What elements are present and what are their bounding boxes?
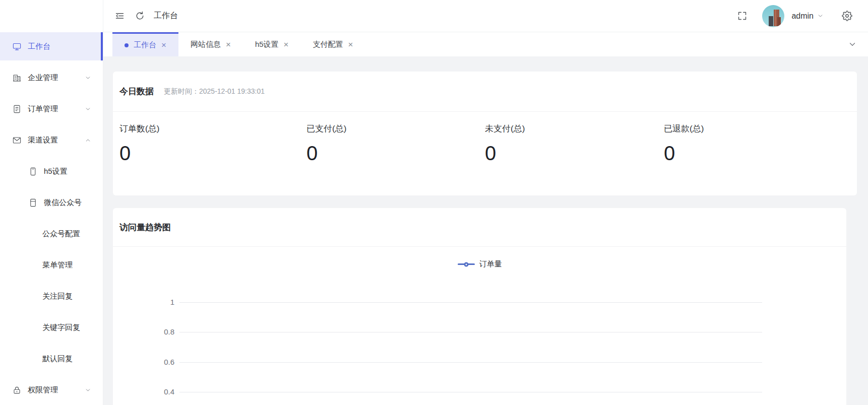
main-column: 工作台 admin bbox=[103, 0, 868, 405]
sidebar-item-label: h5设置 bbox=[44, 167, 68, 176]
sidebar-item-label: 关注回复 bbox=[42, 292, 73, 301]
document-icon bbox=[12, 104, 22, 114]
legend-label: 订单量 bbox=[479, 259, 502, 269]
tab-h5-settings[interactable]: h5设置 × bbox=[243, 32, 301, 56]
tab-site-info[interactable]: 网站信息 × bbox=[178, 32, 243, 56]
breadcrumb: 工作台 bbox=[154, 11, 178, 21]
sidebar-item-workbench[interactable]: 工作台 bbox=[0, 32, 103, 60]
sidebar-item-follow-reply[interactable]: 关注回复 bbox=[0, 282, 103, 310]
tab-label: 网站信息 bbox=[191, 40, 221, 49]
gridline bbox=[179, 392, 762, 392]
card-title: 今日数据 bbox=[119, 86, 154, 97]
stat-refunded: 已退款(总) 0 bbox=[664, 123, 857, 164]
y-axis-tick: 0.8 bbox=[152, 327, 174, 336]
gridline bbox=[179, 362, 762, 363]
tab-workbench[interactable]: 工作台 × bbox=[112, 32, 178, 56]
update-time: 更新时间：2025-12-01 19:33:01 bbox=[164, 87, 265, 96]
sidebar-item-keyword-reply[interactable]: 关键字回复 bbox=[0, 313, 103, 342]
stat-value: 0 bbox=[485, 142, 664, 164]
close-icon[interactable]: × bbox=[161, 41, 166, 49]
tab-label: 支付配置 bbox=[313, 40, 343, 49]
content-area: 今日数据 更新时间：2025-12-01 19:33:01 订单数(总) 0 已… bbox=[103, 56, 868, 405]
fullscreen-icon[interactable] bbox=[732, 6, 752, 26]
trend-card-header: 访问量趋势图 bbox=[113, 208, 846, 247]
stat-unpaid: 未支付(总) 0 bbox=[485, 123, 664, 164]
sidebar-item-h5-settings[interactable]: h5设置 bbox=[0, 157, 103, 185]
user-menu[interactable]: admin bbox=[791, 12, 824, 21]
y-axis-tick: 0.6 bbox=[152, 358, 174, 367]
sidebar: 工作台 企业管理 订单管理 渠道设置 bbox=[0, 0, 103, 405]
stat-paid: 已支付(总) 0 bbox=[306, 123, 485, 164]
tab-bar: 工作台 × 网站信息 × h5设置 × 支付配置 × bbox=[103, 32, 868, 56]
sidebar-item-official-config[interactable]: 公众号配置 bbox=[0, 220, 103, 248]
sidebar-item-label: 菜单管理 bbox=[42, 260, 73, 270]
stats-row: 订单数(总) 0 已支付(总) 0 未支付(总) 0 已退款(总) 0 bbox=[113, 112, 857, 164]
refresh-icon[interactable] bbox=[130, 6, 150, 26]
active-tab-dot bbox=[125, 43, 129, 47]
top-bar: 工作台 admin bbox=[103, 0, 868, 32]
sidebar-item-enterprise[interactable]: 企业管理 bbox=[0, 63, 103, 92]
stat-label: 未支付(总) bbox=[485, 123, 664, 134]
sidebar-item-label: 关键字回复 bbox=[42, 323, 80, 332]
sidebar-item-label: 默认回复 bbox=[42, 354, 73, 364]
close-icon[interactable]: × bbox=[284, 40, 289, 49]
tab-more-chevron[interactable] bbox=[848, 32, 857, 56]
sidebar-item-label: 工作台 bbox=[28, 42, 50, 51]
stat-label: 订单数(总) bbox=[119, 123, 306, 134]
legend-line-marker-icon bbox=[458, 263, 475, 265]
monitor-icon bbox=[12, 42, 22, 51]
sidebar-item-label: 公众号配置 bbox=[42, 229, 80, 239]
stat-total-orders: 订单数(总) 0 bbox=[119, 123, 306, 164]
y-axis-tick: 1 bbox=[152, 298, 174, 307]
chevron-down-icon bbox=[848, 40, 857, 49]
sidebar-item-wechat-official[interactable]: 微信公众号 bbox=[0, 188, 103, 217]
stat-label: 已支付(总) bbox=[306, 123, 485, 134]
tab-payment-config[interactable]: 支付配置 × bbox=[301, 32, 365, 56]
card-title: 访问量趋势图 bbox=[119, 222, 171, 233]
stat-value: 0 bbox=[119, 142, 306, 164]
lock-icon bbox=[12, 385, 22, 395]
tab-label: 工作台 bbox=[134, 40, 156, 50]
stat-label: 已退款(总) bbox=[664, 123, 857, 134]
avatar[interactable] bbox=[762, 5, 784, 27]
sidebar-item-label: 订单管理 bbox=[28, 104, 58, 114]
gear-icon[interactable] bbox=[837, 6, 857, 26]
user-name-label: admin bbox=[791, 12, 814, 21]
menu-fold-icon[interactable] bbox=[109, 6, 130, 26]
close-icon[interactable]: × bbox=[226, 40, 231, 49]
sidebar-item-channels[interactable]: 渠道设置 bbox=[0, 126, 103, 154]
stat-value: 0 bbox=[306, 142, 485, 164]
building-icon bbox=[12, 73, 22, 83]
chevron-down-icon bbox=[85, 106, 91, 112]
update-time-label: 更新时间： bbox=[164, 87, 199, 95]
sidebar-item-label: 渠道设置 bbox=[28, 136, 58, 145]
notebook-icon bbox=[28, 198, 38, 208]
gridline bbox=[179, 302, 762, 303]
y-axis-tick: 0.4 bbox=[152, 387, 174, 396]
envelope-icon bbox=[12, 136, 22, 145]
sidebar-item-label: 微信公众号 bbox=[44, 198, 82, 208]
chart-legend[interactable]: 订单量 bbox=[113, 259, 846, 269]
sidebar-item-label: 企业管理 bbox=[28, 73, 58, 83]
chevron-down-icon bbox=[85, 387, 91, 393]
chevron-down-icon bbox=[85, 75, 91, 81]
app-root: 工作台 企业管理 订单管理 渠道设置 bbox=[0, 0, 868, 405]
sidebar-item-permissions[interactable]: 权限管理 bbox=[0, 376, 103, 404]
sidebar-item-label: 权限管理 bbox=[28, 385, 58, 395]
sidebar-item-orders[interactable]: 订单管理 bbox=[0, 95, 103, 123]
caret-down-icon bbox=[817, 13, 824, 19]
update-time-value: 2025-12-01 19:33:01 bbox=[199, 87, 265, 95]
stat-value: 0 bbox=[664, 142, 857, 164]
chevron-up-icon bbox=[85, 137, 91, 144]
tab-label: h5设置 bbox=[255, 40, 279, 49]
close-icon[interactable]: × bbox=[348, 40, 353, 49]
sidebar-item-menu-management[interactable]: 菜单管理 bbox=[0, 251, 103, 279]
trend-chart-card: 访问量趋势图 订单量 1 0.8 0.6 0.4 bbox=[113, 208, 846, 405]
legend-circle-marker-icon bbox=[464, 262, 468, 266]
sidebar-item-default-reply[interactable]: 默认回复 bbox=[0, 345, 103, 373]
today-data-card: 今日数据 更新时间：2025-12-01 19:33:01 订单数(总) 0 已… bbox=[113, 72, 857, 195]
gridline bbox=[179, 332, 762, 332]
phone-icon bbox=[28, 167, 38, 176]
today-card-header: 今日数据 更新时间：2025-12-01 19:33:01 bbox=[113, 72, 857, 112]
